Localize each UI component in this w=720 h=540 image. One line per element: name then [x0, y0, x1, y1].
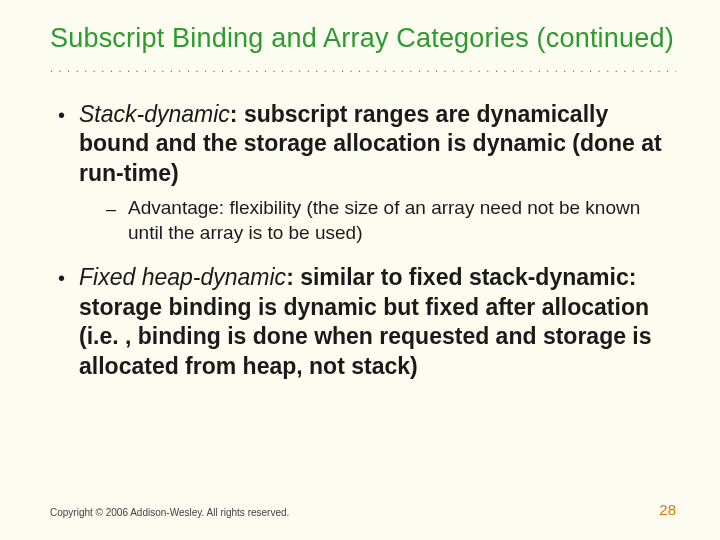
bullet-item: • Stack-dynamic: subscript ranges are dy…: [58, 100, 676, 188]
term: Fixed heap-dynamic: [79, 264, 286, 290]
title-underline-dots: ........................................…: [50, 62, 676, 74]
slide: Subscript Binding and Array Categories (…: [0, 0, 720, 540]
copyright-text: Copyright © 2006 Addison-Wesley. All rig…: [50, 507, 289, 518]
bullet-icon: •: [58, 263, 65, 293]
bullet-text: Stack-dynamic: subscript ranges are dyna…: [79, 100, 676, 188]
bullet-item: • Fixed heap-dynamic: similar to fixed s…: [58, 263, 676, 381]
dash-icon: –: [106, 196, 116, 222]
term: Stack-dynamic: [79, 101, 230, 127]
sub-bullet-text: Advantage: flexibility (the size of an a…: [128, 196, 676, 245]
bullet-text: Fixed heap-dynamic: similar to fixed sta…: [79, 263, 676, 381]
body: • Stack-dynamic: subscript ranges are dy…: [50, 100, 676, 381]
slide-title: Subscript Binding and Array Categories (…: [50, 22, 676, 56]
page-number: 28: [659, 501, 676, 518]
bullet-icon: •: [58, 100, 65, 130]
sub-bullet-item: – Advantage: flexibility (the size of an…: [106, 196, 676, 245]
sub-bullet-group: – Advantage: flexibility (the size of an…: [50, 196, 676, 245]
footer: Copyright © 2006 Addison-Wesley. All rig…: [50, 501, 676, 518]
